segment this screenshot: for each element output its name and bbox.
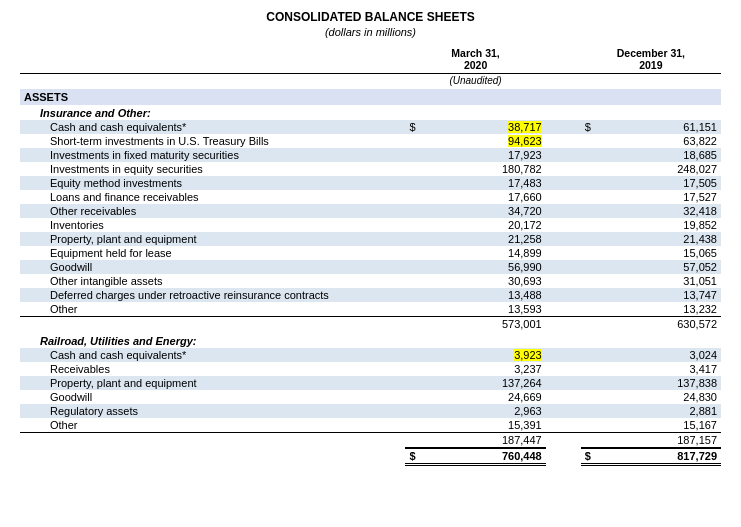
symbol2 bbox=[581, 302, 595, 317]
symbol1 bbox=[405, 218, 419, 232]
symbol2 bbox=[581, 190, 595, 204]
row-val1: 2,963 bbox=[420, 404, 546, 418]
symbol1 bbox=[405, 317, 419, 332]
row-val1: 17,483 bbox=[420, 176, 546, 190]
table-row: Deferred charges under retroactive reins… bbox=[20, 288, 721, 302]
symbol2 bbox=[581, 418, 595, 433]
page-subtitle: (dollars in millions) bbox=[20, 26, 721, 38]
row-label: Goodwill bbox=[20, 390, 405, 404]
symbol2 bbox=[581, 232, 595, 246]
subtotal-label bbox=[20, 433, 405, 449]
grand-total-val2: 817,729 bbox=[595, 448, 721, 465]
row-val1: 21,258 bbox=[420, 232, 546, 246]
row-val2: 31,051 bbox=[595, 274, 721, 288]
symbol1 bbox=[405, 134, 419, 148]
row-val1: 17,660 bbox=[420, 190, 546, 204]
symbol2 bbox=[581, 317, 595, 332]
symbol1 bbox=[405, 176, 419, 190]
symbol2 bbox=[581, 176, 595, 190]
table-row: Investments in fixed maturity securities… bbox=[20, 148, 721, 162]
symbol1 bbox=[405, 404, 419, 418]
symbol2 bbox=[581, 204, 595, 218]
symbol2 bbox=[581, 162, 595, 176]
row-label: Other bbox=[20, 302, 405, 317]
row-val2: 137,838 bbox=[595, 376, 721, 390]
row-val1: 17,923 bbox=[420, 148, 546, 162]
insurance-subtotal-val1: 573,001 bbox=[420, 317, 546, 332]
row-label: Investments in equity securities bbox=[20, 162, 405, 176]
symbol1 bbox=[405, 418, 419, 433]
grand-symbol1: $ bbox=[405, 448, 419, 465]
table-row: Other intangible assets 30,693 31,051 bbox=[20, 274, 721, 288]
grand-symbol2: $ bbox=[581, 448, 595, 465]
row-label: Inventories bbox=[20, 218, 405, 232]
assets-section-header: ASSETS bbox=[20, 89, 721, 105]
row-label: Other bbox=[20, 418, 405, 433]
railroad-header-label: Railroad, Utilities and Energy: bbox=[20, 331, 721, 348]
symbol1 bbox=[405, 260, 419, 274]
row-val1: 94,623 bbox=[420, 134, 546, 148]
row-val2: 17,505 bbox=[595, 176, 721, 190]
row-val2: 57,052 bbox=[595, 260, 721, 274]
table-row: Goodwill 56,990 57,052 bbox=[20, 260, 721, 274]
symbol1 bbox=[405, 232, 419, 246]
row-label: Cash and cash equivalents* bbox=[20, 348, 405, 362]
row-val1: 30,693 bbox=[420, 274, 546, 288]
row-label: Deferred charges under retroactive reins… bbox=[20, 288, 405, 302]
row-val1: 56,990 bbox=[420, 260, 546, 274]
unaudited-row: (Unaudited) bbox=[20, 74, 721, 90]
row-val1: 3,237 bbox=[420, 362, 546, 376]
row-val2: 13,747 bbox=[595, 288, 721, 302]
symbol1 bbox=[405, 390, 419, 404]
table-row: Goodwill 24,669 24,830 bbox=[20, 390, 721, 404]
table-row: Cash and cash equivalents* 3,923 3,024 bbox=[20, 348, 721, 362]
row-label: Other intangible assets bbox=[20, 274, 405, 288]
row-label: Equipment held for lease bbox=[20, 246, 405, 260]
row-val1: 180,782 bbox=[420, 162, 546, 176]
symbol2 bbox=[581, 274, 595, 288]
railroad-subtotal-val1: 187,447 bbox=[420, 433, 546, 449]
table-row: Equipment held for lease 14,899 15,065 bbox=[20, 246, 721, 260]
table-row: Property, plant and equipment 137,264 13… bbox=[20, 376, 721, 390]
col2-header-line2: 2019 bbox=[639, 59, 662, 71]
row-val1: 20,172 bbox=[420, 218, 546, 232]
row-val2: 248,027 bbox=[595, 162, 721, 176]
insurance-section-header: Insurance and Other: bbox=[20, 105, 721, 120]
table-row: Inventories 20,172 19,852 bbox=[20, 218, 721, 232]
row-val2: 2,881 bbox=[595, 404, 721, 418]
symbol2 bbox=[581, 376, 595, 390]
row-val2: 17,527 bbox=[595, 190, 721, 204]
row-label: Other receivables bbox=[20, 204, 405, 218]
symbol2 bbox=[581, 148, 595, 162]
row-val1: 13,593 bbox=[420, 302, 546, 317]
row-val1: 137,264 bbox=[420, 376, 546, 390]
table-row: Other 15,391 15,167 bbox=[20, 418, 721, 433]
symbol2 bbox=[581, 404, 595, 418]
table-row: Equity method investments 17,483 17,505 bbox=[20, 176, 721, 190]
row-label: Investments in fixed maturity securities bbox=[20, 148, 405, 162]
table-row: Regulatory assets 2,963 2,881 bbox=[20, 404, 721, 418]
row-val1: 3,923 bbox=[420, 348, 546, 362]
row-label: Receivables bbox=[20, 362, 405, 376]
symbol1: $ bbox=[405, 120, 419, 134]
table-row: Investments in equity securities 180,782… bbox=[20, 162, 721, 176]
row-val2: 19,852 bbox=[595, 218, 721, 232]
row-val1: 34,720 bbox=[420, 204, 546, 218]
symbol1 bbox=[405, 376, 419, 390]
symbol1 bbox=[405, 148, 419, 162]
row-val1: 38,717 bbox=[420, 120, 546, 134]
symbol2 bbox=[581, 260, 595, 274]
col1-header-line1: March 31, bbox=[451, 47, 499, 59]
grand-total-val1: 760,448 bbox=[420, 448, 546, 465]
symbol2 bbox=[581, 433, 595, 449]
row-label: Property, plant and equipment bbox=[20, 376, 405, 390]
symbol1 bbox=[405, 362, 419, 376]
grand-total-row: $ 760,448 $ 817,729 bbox=[20, 448, 721, 465]
table-row: Loans and finance receivables 17,660 17,… bbox=[20, 190, 721, 204]
row-label: Cash and cash equivalents* bbox=[20, 120, 405, 134]
row-val2: 24,830 bbox=[595, 390, 721, 404]
row-val2: 15,167 bbox=[595, 418, 721, 433]
symbol1 bbox=[405, 204, 419, 218]
row-val1: 13,488 bbox=[420, 288, 546, 302]
col2-header-line1: December 31, bbox=[617, 47, 685, 59]
